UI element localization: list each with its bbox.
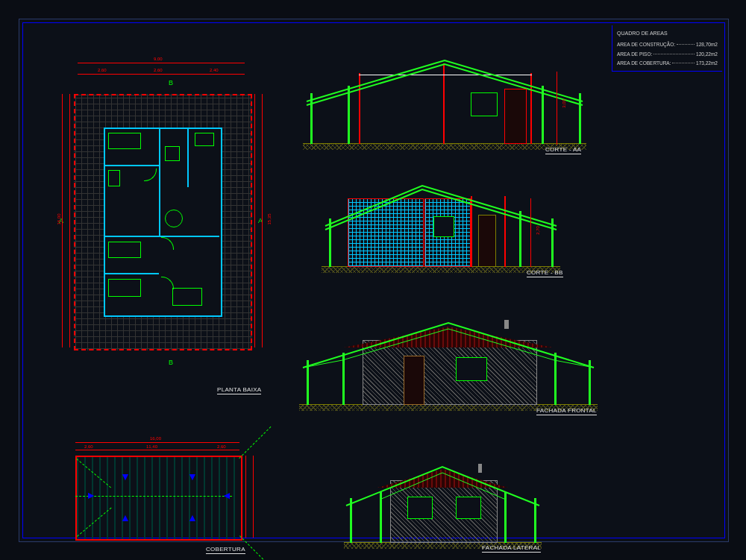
svg-rect-3 xyxy=(478,464,482,473)
roof-svg xyxy=(299,306,598,411)
area-info-box: QUADRO DE AREAS AREA DE CONSTRUÇÃO: 128,… xyxy=(612,25,722,72)
section-mark-b: B xyxy=(169,359,173,366)
dim-text: 2,60 xyxy=(154,68,163,72)
ridge-line xyxy=(75,496,232,497)
drawing-sheet: QUADRO DE AREAS AREA DE CONSTRUÇÃO: 128,… xyxy=(19,19,729,542)
fixture-wc xyxy=(108,170,120,186)
dot-leader xyxy=(653,50,695,54)
info-label: AREA DE CONSTRUÇÃO: xyxy=(617,40,675,49)
hip-line xyxy=(239,427,271,459)
info-value: 173,22m2 xyxy=(696,59,718,68)
dim-line xyxy=(245,456,246,538)
dot-leader xyxy=(672,59,695,63)
dim-text: 9,00 xyxy=(154,57,163,61)
fixture-sofa xyxy=(172,288,202,306)
roof-slab xyxy=(75,456,242,541)
label-corte-aa: CORTE - AA xyxy=(545,146,581,154)
window xyxy=(456,357,487,381)
dim-text: 2,60 xyxy=(84,444,93,449)
dim-text: 2,70 xyxy=(536,226,540,235)
dot-leader xyxy=(677,40,695,45)
dim-text: 16,00 xyxy=(150,436,161,441)
wall xyxy=(159,128,160,236)
info-label: AREA DE PISO: xyxy=(617,50,652,59)
info-row: AREA DE COBERTURA: 173,22m2 xyxy=(617,59,718,68)
info-title: QUADRO DE AREAS xyxy=(617,28,718,38)
fixture-bed xyxy=(108,133,141,149)
dim-text: 2,60 xyxy=(98,68,107,72)
floor-plan: A A B B 9,00 2,60 2,60 2,40 16,00 15,35 xyxy=(53,49,269,377)
dim-line xyxy=(78,74,245,75)
dim-line xyxy=(75,442,239,443)
elevation-front xyxy=(299,306,598,411)
section-aa: 3,00 xyxy=(303,49,586,150)
window xyxy=(407,497,433,519)
dim-text: 3,00 xyxy=(562,99,566,108)
section-mark-b: B xyxy=(169,79,173,86)
roof-svg xyxy=(344,444,542,549)
drain-arrow-icon: ▲ xyxy=(187,512,198,523)
dim-line xyxy=(253,456,254,538)
window xyxy=(471,92,498,116)
dim-line xyxy=(62,94,63,347)
wall xyxy=(187,128,189,187)
info-value: 128,70m2 xyxy=(696,40,718,49)
drain-arrow-icon: ▲ xyxy=(86,491,98,501)
section-bb: 2,70 xyxy=(322,172,560,273)
window xyxy=(433,216,454,237)
info-value: 120,22m2 xyxy=(696,50,718,59)
info-row: AREA DE PISO: 120,22m2 xyxy=(617,50,718,59)
fixture-table xyxy=(165,210,183,227)
label-planta: PLANTA BAIXA xyxy=(217,386,261,394)
door xyxy=(404,356,424,405)
drain-arrow-icon: ▼ xyxy=(120,471,131,482)
dim-line xyxy=(69,94,70,347)
dim-line xyxy=(530,198,531,267)
elevation-side xyxy=(344,444,542,549)
dim-line xyxy=(262,94,263,347)
dim-text: 16,00 xyxy=(57,213,61,224)
dim-text: 15,35 xyxy=(267,213,272,224)
label-corte-bb: CORTE - BB xyxy=(527,269,563,277)
dim-line xyxy=(78,63,245,63)
wall xyxy=(104,165,160,166)
window xyxy=(456,497,481,519)
roof-plan: ▼ ▼ ▲ ▲ ▲ ▲ 16,00 2,60 11,40 2,60 xyxy=(60,448,262,549)
label-fachada-frontal: FACHADA FRONTAL xyxy=(536,407,597,415)
door xyxy=(478,215,496,267)
label-fachada-lateral: FACHADA LATERAL xyxy=(482,544,541,553)
wall xyxy=(104,273,159,274)
fixture-stove xyxy=(165,146,180,161)
dim-text: 2,60 xyxy=(217,444,226,449)
dim-text: 2,40 xyxy=(210,68,219,72)
fixture-bed xyxy=(108,242,141,258)
fixture-sink xyxy=(195,133,214,146)
dim-line xyxy=(557,72,557,145)
dim-text: 11,40 xyxy=(146,444,157,449)
drain-arrow-icon: ▼ xyxy=(187,471,198,482)
drain-arrow-icon: ▲ xyxy=(120,512,131,523)
label-cobertura: COBERTURA xyxy=(206,546,245,554)
roof-svg xyxy=(303,49,586,150)
door xyxy=(504,89,527,144)
drain-arrow-icon: ▲ xyxy=(220,491,232,501)
info-row: AREA DE CONSTRUÇÃO: 128,70m2 xyxy=(617,40,718,49)
svg-rect-2 xyxy=(504,320,509,329)
fixture-bed xyxy=(108,279,141,297)
dim-line xyxy=(254,94,255,347)
dim-line xyxy=(75,450,239,450)
info-label: AREA DE COBERTURA: xyxy=(617,59,671,68)
